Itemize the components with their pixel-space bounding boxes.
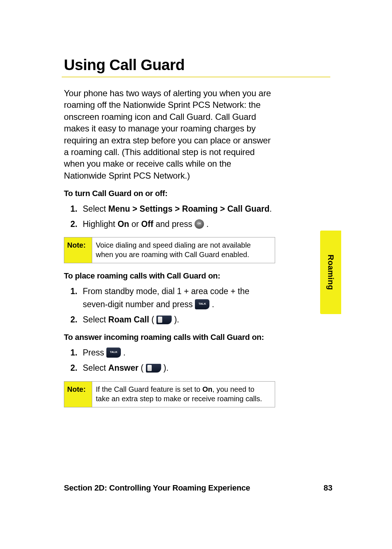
note-body: Voice dialing and speed dialing are not … [92,237,275,263]
option-on: On [118,219,129,229]
step-text: . [121,348,126,357]
subhead-answer-roaming: To answer incoming roaming calls with Ca… [64,333,274,342]
content-column: Using Call Guard Your phone has two ways… [64,56,274,415]
step-text: Select [83,363,108,373]
step-number: 1. [70,346,77,359]
answer-label: Answer [108,363,138,373]
talk-key-icon [195,299,209,309]
step-number: 1. [70,203,77,216]
list-item: 2. Highlight On or Off and press . [64,218,274,231]
talk-key-icon [106,347,121,358]
step-text: and press [153,219,195,229]
page-title: Using Call Guard [64,56,274,74]
menu-path: Menu > Settings > Roaming > Call Guard [108,204,269,214]
footer-section-title: Section 2D: Controlling Your Roaming Exp… [64,483,250,493]
side-tab-label: Roaming [326,255,335,290]
note-on: On [202,385,212,393]
step-text: Select [83,204,108,214]
step-text: ( [138,363,146,373]
note-body: If the Call Guard feature is set to On, … [92,382,275,407]
step-text: From standby mode, dial 1 + area code + … [83,286,249,309]
roam-call-label: Roam Call [108,315,149,324]
step-text: . [269,204,271,214]
title-underline [62,77,330,77]
option-off: Off [141,219,153,229]
manual-page: Using Call Guard Your phone has two ways… [0,0,392,549]
subhead-place-roaming: To place roaming calls with Call Guard o… [64,271,274,281]
intro-paragraph: Your phone has two ways of alerting you … [64,88,274,182]
step-text: ( [149,315,156,324]
list-item: 1. Select Menu > Settings > Roaming > Ca… [64,203,274,216]
steps-answer-roaming: 1. Press . 2. Select Answer ( ). [64,346,274,374]
page-footer: Section 2D: Controlling Your Roaming Exp… [64,483,340,493]
note-label: Note: [64,382,92,407]
step-number: 2. [70,362,77,375]
step-text: Press [83,348,106,357]
list-item: 2. Select Roam Call ( ). [64,313,274,326]
step-text: Highlight [83,219,118,229]
step-text: . [209,300,214,309]
note-text: If the Call Guard feature is set to [96,385,202,393]
step-number: 2. [70,313,77,326]
footer-page-number: 83 [324,483,332,493]
step-text: Select [83,315,108,324]
list-item: 1. From standby mode, dial 1 + area code… [64,285,274,311]
ok-key-icon [195,219,204,229]
steps-turn-on-off: 1. Select Menu > Settings > Roaming > Ca… [64,203,274,231]
list-item: 2. Select Answer ( ). [64,362,274,375]
list-item: 1. Press . [64,346,274,359]
subhead-turn-on-off: To turn Call Guard on or off: [64,189,274,198]
step-text: . [204,219,209,229]
step-text: ). [172,315,179,324]
steps-place-roaming: 1. From standby mode, dial 1 + area code… [64,285,274,326]
note-label: Note: [64,237,92,263]
note-box: Note: Voice dialing and speed dialing ar… [64,237,275,263]
section-side-tab: Roaming [320,231,341,314]
note-box: Note: If the Call Guard feature is set t… [64,381,275,407]
step-text: or [129,219,141,229]
step-number: 2. [70,218,77,231]
left-softkey-icon [146,364,161,373]
step-text: ). [161,363,168,373]
step-number: 1. [70,285,77,298]
left-softkey-icon [156,316,172,324]
